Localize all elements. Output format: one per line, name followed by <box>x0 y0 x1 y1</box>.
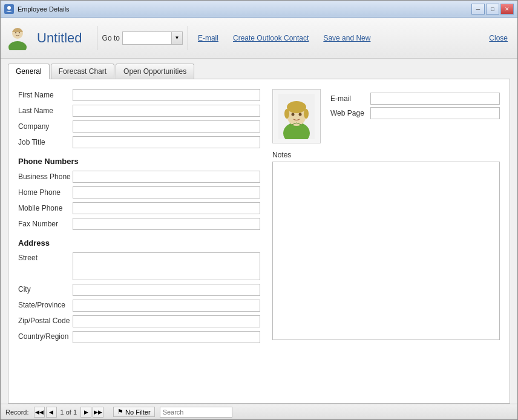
status-bar: Record: ◀◀ ◀ 1 of 1 ▶ ▶▶ ⚑ No Filter <box>1 404 517 419</box>
address-section-header: Address <box>18 238 260 248</box>
zip-input[interactable] <box>73 315 260 327</box>
toolbar-separator-2 <box>188 26 188 50</box>
prev-record-button[interactable]: ◀ <box>46 407 57 418</box>
job-title-input[interactable] <box>73 136 260 148</box>
city-input[interactable] <box>73 284 260 296</box>
no-filter-button[interactable]: ⚑ No Filter <box>113 407 155 417</box>
svg-point-4 <box>19 31 20 33</box>
goto-label: Go to <box>102 34 120 42</box>
mobile-phone-input[interactable] <box>73 202 260 214</box>
avatar-box <box>272 89 321 143</box>
avatar-section: E-mail Web Page <box>272 89 500 143</box>
country-label: Country/Region <box>18 331 73 341</box>
app-title: Untitled <box>37 30 82 46</box>
search-input[interactable] <box>160 407 232 418</box>
phone-section-header: Phone Numbers <box>18 157 260 166</box>
svg-point-2 <box>8 41 27 50</box>
last-name-label: Last Name <box>18 107 73 115</box>
email-button[interactable]: E-mail <box>193 31 223 45</box>
toolbar-separator-1 <box>97 26 97 50</box>
email-web-section: E-mail Web Page <box>330 89 500 143</box>
title-bar: Employee Details ─ □ ✕ <box>1 1 517 18</box>
state-label: State/Province <box>18 300 73 309</box>
country-input[interactable] <box>73 331 260 343</box>
home-phone-label: Home Phone <box>18 188 73 197</box>
company-row: Company <box>18 120 260 133</box>
fax-row: Fax Number <box>18 218 260 230</box>
street-label: Street <box>18 252 73 262</box>
tab-general[interactable]: General <box>8 64 50 79</box>
close-link[interactable]: Close <box>484 31 513 45</box>
filter-icon: ⚑ <box>117 408 123 416</box>
country-row: Country/Region <box>18 331 260 343</box>
fax-label: Fax Number <box>18 220 73 228</box>
record-nav: ◀◀ ◀ 1 of 1 ▶ ▶▶ <box>34 407 104 418</box>
app-icon-small <box>4 4 14 14</box>
minimize-button[interactable]: ─ <box>471 4 485 15</box>
tab-bar: General Forecast Chart Open Opportunitie… <box>1 59 517 79</box>
next-record-button[interactable]: ▶ <box>80 407 91 418</box>
phone-section: Phone Numbers Business Phone Home Phone … <box>18 157 260 230</box>
toolbar: Untitled Go to ▼ E-mail Create Outlook C… <box>1 18 517 59</box>
email-row: E-mail <box>330 93 500 105</box>
email-input[interactable] <box>370 93 500 105</box>
company-label: Company <box>18 122 73 131</box>
tab-forecast[interactable]: Forecast Chart <box>51 64 114 79</box>
street-input[interactable] <box>73 252 260 280</box>
tab-opportunities[interactable]: Open Opportunities <box>116 64 194 79</box>
maximize-button[interactable]: □ <box>486 4 499 15</box>
svg-point-12 <box>292 113 295 116</box>
email-label: E-mail <box>330 94 367 103</box>
company-input[interactable] <box>73 120 260 133</box>
save-new-button[interactable]: Save and New <box>318 31 375 45</box>
svg-point-10 <box>284 109 289 119</box>
business-phone-input[interactable] <box>73 171 260 183</box>
svg-point-11 <box>304 109 309 119</box>
filter-label: No Filter <box>125 409 151 416</box>
street-row: Street <box>18 252 260 280</box>
business-phone-label: Business Phone <box>18 172 73 181</box>
main-window: Employee Details ─ □ ✕ Untitled <box>0 0 518 420</box>
goto-combo[interactable]: ▼ <box>122 31 183 45</box>
city-label: City <box>18 284 73 294</box>
last-record-button[interactable]: ▶▶ <box>93 407 103 418</box>
mobile-phone-row: Mobile Phone <box>18 202 260 214</box>
window-controls: ─ □ ✕ <box>471 4 514 15</box>
state-input[interactable] <box>73 300 260 312</box>
fax-input[interactable] <box>73 218 260 230</box>
zip-row: Zip/Postal Code <box>18 315 260 327</box>
first-record-button[interactable]: ◀◀ <box>34 407 45 418</box>
last-name-input[interactable] <box>73 105 260 117</box>
app-icon <box>5 26 30 50</box>
home-phone-input[interactable] <box>73 186 260 199</box>
goto-section: Go to ▼ <box>102 31 183 45</box>
home-phone-row: Home Phone <box>18 186 260 199</box>
business-phone-row: Business Phone <box>18 171 260 183</box>
state-row: State/Province <box>18 300 260 312</box>
notes-section: Notes <box>272 151 500 342</box>
record-label: Record: <box>5 409 29 416</box>
outlook-button[interactable]: Create Outlook Contact <box>228 31 313 45</box>
first-name-row: First Name <box>18 89 260 101</box>
content-area: First Name Last Name Company Job Title <box>8 79 510 404</box>
svg-point-0 <box>7 6 11 10</box>
form-grid: First Name Last Name Company Job Title <box>18 89 500 347</box>
svg-point-3 <box>15 31 16 33</box>
svg-point-9 <box>287 101 306 113</box>
job-title-label: Job Title <box>18 138 73 146</box>
notes-label: Notes <box>272 151 500 159</box>
webpage-label: Web Page <box>330 109 367 117</box>
window-close-button[interactable]: ✕ <box>500 4 514 15</box>
webpage-input[interactable] <box>370 107 500 119</box>
city-row: City <box>18 284 260 296</box>
zip-label: Zip/Postal Code <box>18 315 73 325</box>
record-info: 1 of 1 <box>58 409 80 416</box>
mobile-phone-label: Mobile Phone <box>18 204 73 212</box>
first-name-input[interactable] <box>73 89 260 101</box>
webpage-row: Web Page <box>330 107 500 119</box>
goto-combo-arrow[interactable]: ▼ <box>171 32 182 44</box>
goto-input[interactable] <box>123 32 171 44</box>
svg-point-13 <box>299 113 302 116</box>
notes-textarea[interactable] <box>272 162 500 340</box>
window-title: Employee Details <box>18 5 471 13</box>
